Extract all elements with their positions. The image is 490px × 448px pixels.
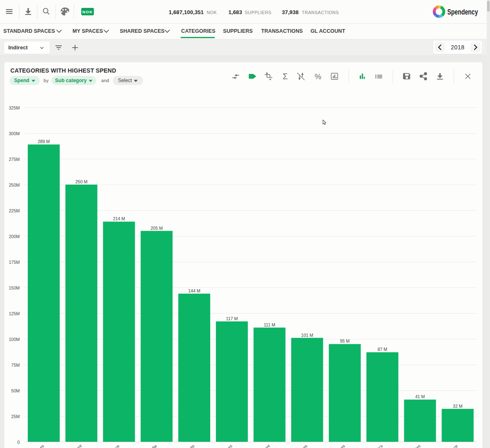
svg-text:25M: 25M (11, 414, 19, 419)
svg-text:205 M: 205 M (150, 226, 163, 231)
svg-text:275M: 275M (9, 157, 19, 162)
svg-text:225M: 225M (9, 208, 19, 213)
svg-text:NOK: NOK (82, 10, 93, 14)
svg-text:87 M: 87 M (378, 347, 387, 352)
svg-text:250 M: 250 M (75, 179, 87, 184)
svg-text:Facility management: Facility management (51, 443, 82, 448)
svg-text:Software licenses: Software licenses (281, 443, 308, 448)
svg-text:Staffing services: Staffing services (320, 443, 346, 448)
svg-text:Logistics: Logistics (369, 443, 383, 448)
svg-text:0: 0 (17, 440, 20, 445)
svg-text:100M: 100M (9, 337, 19, 342)
svg-text:32 M: 32 M (453, 404, 462, 409)
svg-text:117 M: 117 M (226, 316, 238, 321)
svg-text:144 M: 144 M (188, 288, 200, 293)
svg-text:Travel services: Travel services (209, 443, 233, 448)
svg-text:%: % (315, 73, 321, 81)
svg-text:101 M: 101 M (301, 333, 313, 338)
svg-text:111 M: 111 M (264, 322, 275, 327)
svg-text:300M: 300M (9, 131, 19, 136)
svg-text:250M: 250M (9, 183, 19, 187)
svg-text:41 M: 41 M (415, 394, 425, 399)
svg-text:50M: 50M (11, 388, 19, 393)
svg-text:325M: 325M (9, 105, 19, 110)
svg-text:Σ: Σ (283, 72, 288, 81)
svg-text:150M: 150M (9, 285, 19, 290)
svg-text:Marketing & media: Marketing & media (129, 443, 158, 448)
svg-text:175M: 175M (9, 260, 19, 265)
svg-text:289 M: 289 M (38, 139, 50, 144)
svg-text:214 M: 214 M (113, 216, 125, 221)
svg-text:200M: 200M (9, 234, 19, 239)
svg-text:IT consultants: IT consultants (173, 443, 195, 448)
svg-text:95 M: 95 M (340, 338, 349, 343)
svg-text:Office rent: Office rent (254, 443, 271, 448)
svg-text:Spendency: Spendency (447, 8, 478, 16)
svg-text:Insurance: Insurance (442, 443, 458, 448)
svg-text:125M: 125M (9, 311, 19, 316)
svg-text:75M: 75M (11, 363, 19, 368)
svg-text:Office supplies: Office supplies (398, 443, 421, 448)
svg-text:Building maintenance: Building maintenance (88, 443, 121, 448)
